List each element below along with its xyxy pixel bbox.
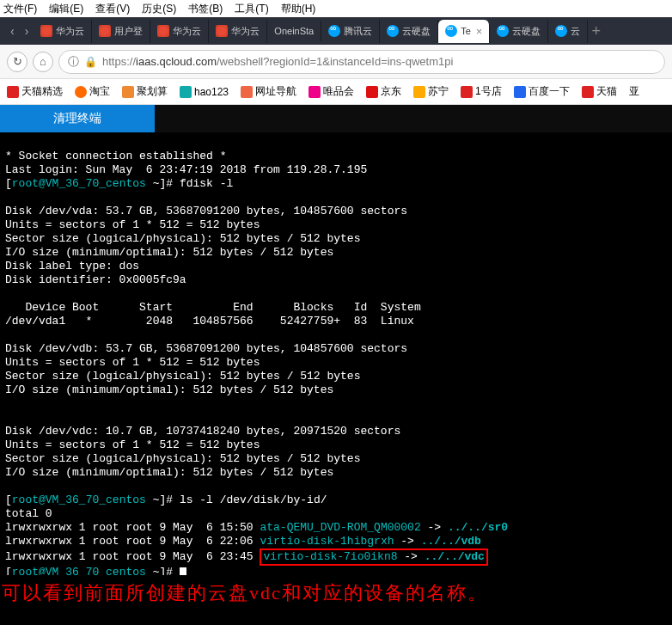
address-bar[interactable]: ⓘ 🔒 https://iaas.qcloud.com/webshell?reg… (58, 50, 665, 74)
clear-terminal-button[interactable]: 清理终端 (0, 105, 155, 132)
terminal-line: Units = sectors of 1 * 512 = 512 bytes (5, 218, 260, 231)
terminal-line: Sector size (logical/physical): 512 byte… (5, 452, 360, 465)
bookmark-item[interactable]: 苏宁 (413, 84, 449, 99)
bookmark-icon (582, 86, 594, 98)
prompt-path: ~ (153, 566, 160, 575)
terminal-line: I/O size (minimum/optimal): 512 bytes / … (5, 383, 333, 396)
bookmark-label: 淘宝 (89, 84, 110, 99)
bookmark-label: 亚 (629, 84, 639, 99)
close-icon[interactable]: × (476, 25, 483, 38)
huawei-icon (216, 25, 228, 37)
bookmark-item[interactable]: 京东 (366, 84, 401, 99)
page-header: 清理终端 (0, 105, 672, 132)
bookmark-label: 聚划算 (137, 84, 168, 99)
annotation-text: 可以看到前面所创建的云盘vdc和对应的设备的名称。 (0, 575, 672, 625)
tab-label: 云硬盘 (512, 25, 541, 38)
prompt-user: root@VM_36_70_centos (12, 493, 146, 506)
bookmark-label: 天猫精选 (21, 84, 63, 99)
prompt-path: ~ (153, 493, 160, 506)
bookmark-label: hao123 (194, 86, 229, 98)
terminal-line: Units = sectors of 1 * 512 = 512 bytes (5, 438, 260, 451)
menu-edit[interactable]: 编辑(E) (49, 2, 83, 16)
bookmark-label: 天猫 (596, 84, 617, 99)
bookmark-icon (122, 86, 134, 98)
ls-row: lrwxrwxrwx 1 root root 9 May 6 23:45 vir… (5, 550, 488, 563)
bookmark-icon (180, 86, 192, 98)
tencent-icon (328, 25, 340, 37)
url-domain: iaas.qcloud.com (136, 55, 217, 68)
terminal[interactable]: * Socket connection established * Last l… (0, 132, 672, 575)
tab-label: 华为云 (231, 25, 260, 38)
tab[interactable]: 华为云 (150, 20, 209, 43)
terminal-line: * Socket connection established * (5, 150, 226, 162)
bookmark-item[interactable]: 百度一下 (514, 84, 570, 99)
new-tab-button[interactable]: + (591, 22, 601, 40)
bookmark-icon (241, 86, 253, 98)
bookmark-item[interactable]: 天猫 (582, 84, 617, 99)
tab-label: 华为云 (56, 25, 84, 38)
tab[interactable]: 华为云 (209, 20, 267, 43)
tab-label: 腾讯云 (344, 25, 372, 38)
tab[interactable]: 用户登 (92, 20, 150, 43)
terminal-line: Last login: Sun May 6 23:47:19 2018 from… (5, 163, 367, 176)
menu-help[interactable]: 帮助(H) (281, 2, 316, 16)
tab[interactable]: 腾讯云 (321, 20, 380, 43)
tencent-icon (387, 25, 399, 37)
tab-strip: ‹ › 华为云用户登华为云华为云OneinSta腾讯云云硬盘Te×云硬盘云+ (0, 17, 672, 45)
tab-active[interactable]: Te× (438, 20, 490, 43)
bookmark-icon (366, 86, 378, 98)
menu-file[interactable]: 文件(F) (3, 2, 37, 16)
url-prefix: https:// (102, 55, 136, 68)
menu-history[interactable]: 历史(S) (142, 2, 176, 16)
terminal-line: Disk identifier: 0x0005fc9a (5, 273, 186, 286)
tab-label: 华为云 (173, 25, 201, 38)
menu-tools[interactable]: 工具(T) (235, 2, 268, 16)
terminal-line: Device Boot Start End Blocks Id System (5, 301, 421, 314)
bookmark-item[interactable]: hao123 (180, 86, 229, 98)
menu-bookmarks[interactable]: 书签(B) (188, 2, 223, 16)
terminal-line: Disk /dev/vda: 53.7 GB, 53687091200 byte… (5, 205, 407, 218)
bookmark-icon (309, 86, 321, 98)
tencent-icon (445, 25, 457, 37)
info-icon[interactable]: ⓘ (68, 54, 79, 70)
tab-label: 用户登 (114, 25, 143, 38)
terminal-line: Sector size (logical/physical): 512 byte… (5, 370, 360, 383)
huawei-icon (99, 25, 111, 37)
bookmark-label: 苏宁 (428, 84, 449, 99)
back-icon[interactable]: ‹ (10, 24, 15, 38)
tab-label: OneinSta (274, 26, 314, 36)
bookmark-label: 唯品会 (323, 84, 354, 99)
terminal-line: /dev/vda1 * 2048 104857566 52427759+ 83 … (5, 315, 414, 328)
tencent-icon (555, 25, 567, 37)
tencent-icon (497, 25, 509, 37)
reload-button[interactable]: ↻ (7, 52, 27, 72)
menu-bar: 文件(F) 编辑(E) 查看(V) 历史(S) 书签(B) 工具(T) 帮助(H… (0, 0, 672, 17)
ls-row: lrwxrwxrwx 1 root root 9 May 6 22:06 vir… (5, 535, 481, 548)
menu-view[interactable]: 查看(V) (95, 2, 130, 16)
huawei-icon (157, 25, 169, 37)
bookmark-icon (7, 86, 19, 98)
terminal-line: Disk label type: dos (5, 260, 139, 273)
bookmark-item[interactable]: 亚 (629, 84, 639, 99)
tab[interactable]: 云 (548, 20, 588, 43)
bookmarks-bar: 天猫精选淘宝聚划算hao123网址导航唯品会京东苏宁1号店百度一下天猫亚 (0, 79, 672, 105)
cursor (180, 567, 186, 575)
bookmark-item[interactable]: 淘宝 (75, 84, 110, 99)
terminal-line: total 0 (5, 507, 52, 520)
bookmark-item[interactable]: 天猫精选 (7, 84, 63, 99)
terminal-line: Units = sectors of 1 * 512 = 512 bytes (5, 356, 260, 369)
tab[interactable]: 云硬盘 (490, 20, 548, 43)
terminal-line: I/O size (minimum/optimal): 512 bytes / … (5, 466, 333, 479)
bookmark-icon (461, 86, 473, 98)
home-button[interactable]: ⌂ (33, 52, 53, 72)
bookmark-item[interactable]: 网址导航 (241, 84, 296, 99)
command: ls -l /dev/disk/by-id/ (180, 493, 327, 506)
tab[interactable]: 华为云 (34, 20, 92, 43)
forward-icon[interactable]: › (25, 24, 29, 38)
tab[interactable]: 云硬盘 (380, 20, 438, 43)
tab[interactable]: OneinSta (267, 21, 321, 41)
bookmark-item[interactable]: 唯品会 (309, 84, 354, 99)
bookmark-item[interactable]: 1号店 (461, 84, 502, 99)
bookmark-icon (75, 86, 87, 98)
bookmark-item[interactable]: 聚划算 (122, 84, 168, 99)
